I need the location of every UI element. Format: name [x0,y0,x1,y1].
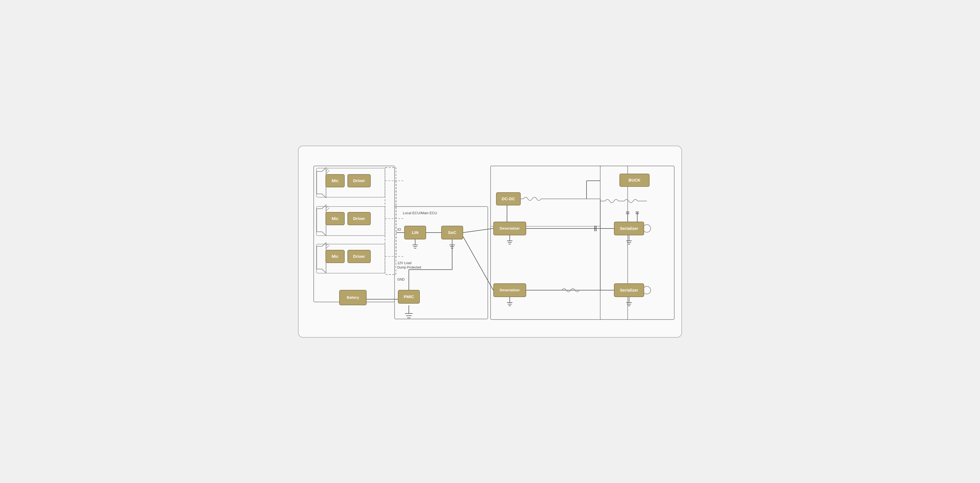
battery-block: Battery [339,290,367,305]
deserializer-2: Deserializer [493,283,526,297]
mic-3: Mic [326,250,345,263]
buck-block: BUCK [619,174,649,187]
svg-point-62 [643,225,651,232]
mic-1: Mic [326,174,345,187]
svg-text:IO: IO [397,227,401,231]
svg-line-12 [326,208,329,211]
driver-3: Driver [347,250,371,263]
svg-marker-10 [317,205,326,236]
svg-line-14 [326,244,328,246]
deserializer-1: Deserializer [493,222,526,235]
svg-line-8 [326,169,328,171]
dcdc-block: DC-DC [496,192,521,206]
svg-line-15 [326,245,329,249]
serializer-1: Serializer [614,222,644,235]
svg-line-9 [326,171,329,174]
svg-text:Local ECU/Main ECU: Local ECU/Main ECU [403,211,437,215]
svg-line-11 [326,206,328,208]
lin-block: LIN [404,226,426,239]
svg-point-65 [643,286,651,294]
driver-1: Driver [347,174,371,187]
svg-line-28 [463,237,493,290]
diagram-container: IO 12V Load Dump Protected GND Local ECU… [298,146,682,338]
svg-rect-16 [385,167,396,274]
svg-line-27 [463,228,493,233]
serializer-2: Serializer [614,283,644,297]
svg-marker-13 [317,243,326,273]
driver-2: Driver [347,212,371,225]
pmic-block: PMIC [398,290,420,304]
svg-text:Dump Protected: Dump Protected [397,266,421,269]
soc-block: SoC [441,226,463,239]
mic-2: Mic [326,212,345,225]
svg-marker-7 [317,167,326,198]
svg-text:GND: GND [397,277,405,281]
svg-text:12V Load: 12V Load [397,261,411,265]
